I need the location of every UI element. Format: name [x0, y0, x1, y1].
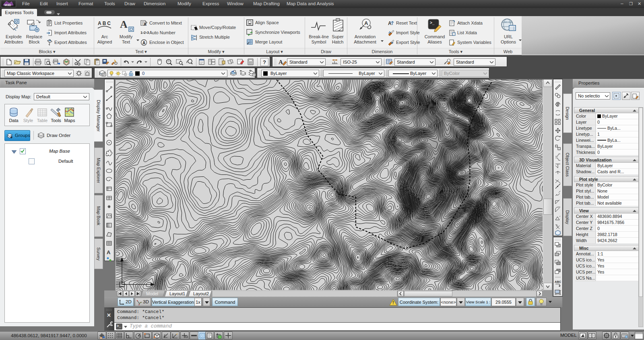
svg-text:A: A: [279, 59, 283, 65]
svg-text:A: A: [107, 249, 111, 255]
svg-text:!: !: [392, 300, 394, 305]
svg-text:A: A: [364, 20, 368, 26]
svg-text:ABC: ABC: [555, 280, 561, 284]
svg-text:ABC: ABC: [98, 21, 111, 26]
svg-text:M3D: M3D: [4, 3, 11, 7]
svg-text:A: A: [142, 41, 145, 45]
svg-text:>_: >_: [430, 21, 435, 25]
svg-text:A: A: [388, 21, 392, 26]
svg-text:A: A: [144, 22, 147, 26]
svg-text:A: A: [120, 19, 128, 30]
